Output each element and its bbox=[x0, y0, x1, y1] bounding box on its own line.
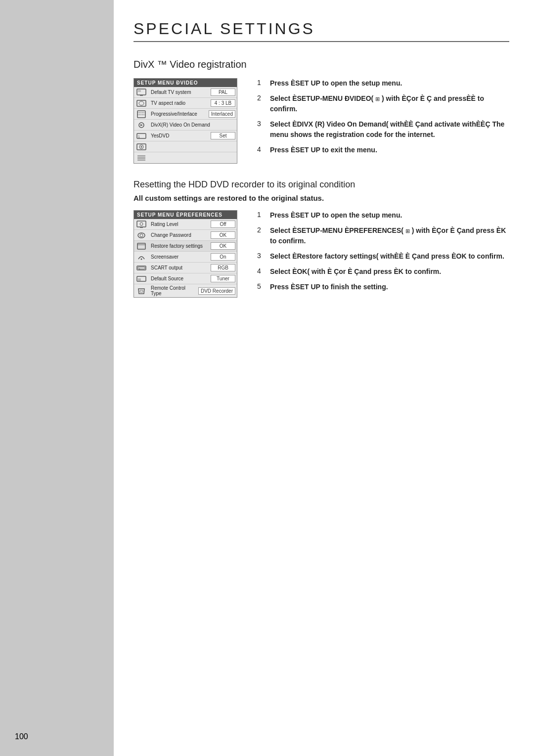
reset-menu-panel: SETUP MENU ÈPREFERENCES Rating Level Off bbox=[134, 210, 237, 298]
step-num-4: 4 bbox=[257, 145, 267, 153]
main-content: SPECIAL SETTINGS DivX ™ Video registrati… bbox=[114, 0, 534, 756]
page-number: 100 bbox=[15, 732, 28, 741]
svg-text:1: 1 bbox=[139, 267, 140, 270]
divx-step-3: 3 Select ÈDIVX (R) Video On Demand( with… bbox=[257, 119, 509, 140]
svg-point-16 bbox=[141, 258, 142, 260]
divx-steps-list: 1 Press ÈSET UP to open the setup menu. … bbox=[257, 78, 509, 160]
remote-icon bbox=[134, 286, 149, 296]
label-restore: Restore factory settings bbox=[149, 242, 211, 250]
value-restore: OK bbox=[211, 242, 235, 250]
divx-section: DivX ™ Video registration SETUP MENU ÐVI… bbox=[134, 59, 509, 164]
scart-icon: 1 bbox=[134, 263, 149, 273]
svg-point-10 bbox=[141, 146, 142, 147]
divx-step-1: 1 Press ÈSET UP to open the setup menu. bbox=[257, 78, 509, 89]
password-icon bbox=[134, 230, 149, 240]
reset-steps-area: SETUP MENU ÈPREFERENCES Rating Level Off bbox=[134, 210, 509, 298]
reset-step-4: 4 Select ÈOK( with È Çor È Çand press ÈK… bbox=[257, 267, 509, 277]
menu-row-scart: 1 SCART output RGB bbox=[134, 263, 237, 273]
svg-rect-11 bbox=[137, 221, 146, 227]
divx-menu-panel-wrap: SETUP MENU ÐVIDEO Default TV system bbox=[134, 78, 242, 164]
divx-section-title: DivX ™ Video registration bbox=[134, 59, 509, 70]
divx-step-4: 4 Press ÈSET UP to exit the menu. bbox=[257, 145, 509, 155]
aspect-icon bbox=[134, 98, 149, 108]
label-source: Default Source bbox=[149, 275, 211, 282]
label-password: Change Password bbox=[149, 231, 211, 239]
svg-rect-22 bbox=[140, 290, 143, 292]
yesdvd-icon: 1 bbox=[134, 131, 149, 141]
rating-icon bbox=[134, 220, 149, 229]
menu-row-divx: DivX(R) Video On Demand bbox=[134, 120, 237, 131]
reset-section: Resetting the HDD DVD recorder to its or… bbox=[134, 179, 509, 298]
value-remote: DVD Recorder bbox=[198, 287, 235, 295]
menu-row-yesdvd: 1 YesDVD Set bbox=[134, 131, 237, 141]
value-source: Tuner bbox=[211, 275, 235, 282]
left-sidebar: 100 bbox=[0, 0, 114, 756]
divx-menu-panel: SETUP MENU ÐVIDEO Default TV system bbox=[134, 78, 237, 164]
svg-rect-17 bbox=[137, 266, 146, 270]
reset-step-5: 5 Press ÈSET UP to finish the setting. bbox=[257, 282, 509, 292]
menu-row-restore: Restore factory settings OK bbox=[134, 241, 237, 252]
label-tv-system: Default TV system bbox=[149, 89, 211, 96]
reset-menu-header: SETUP MENU ÈPREFERENCES bbox=[134, 211, 237, 219]
screensaver-icon bbox=[134, 252, 149, 262]
value-scart: RGB bbox=[211, 264, 235, 271]
value-tv-system: PAL bbox=[211, 89, 235, 96]
label-extra1 bbox=[149, 146, 237, 148]
value-yesdvd: Set bbox=[211, 132, 235, 139]
svg-text:1: 1 bbox=[138, 135, 140, 138]
disc-icon bbox=[134, 142, 149, 152]
svg-rect-4 bbox=[137, 111, 145, 118]
reset-steps-list: 1 Press ÈSET UP to open the setup menu. … bbox=[257, 210, 509, 297]
value-progressive: Interlaced bbox=[209, 110, 235, 118]
label-progressive: Progressive/Interlace bbox=[149, 110, 209, 118]
reset-step-text-3: Select ÈRestore factory settings( withÈÈ… bbox=[270, 251, 504, 262]
reset-step-num-5: 5 bbox=[257, 282, 267, 290]
reset-step-text-4: Select ÈOK( with È Çor È Çand press ÈK t… bbox=[270, 267, 441, 277]
menu-row-remote: Remote Control Type DVD Recorder bbox=[134, 284, 237, 297]
step-num-2: 2 bbox=[257, 94, 267, 102]
reset-subtitle: All custom settings are restored to the … bbox=[134, 194, 509, 202]
reset-step-3: 3 Select ÈRestore factory settings( with… bbox=[257, 251, 509, 262]
menu-row-progressive: Progressive/Interlace Interlaced bbox=[134, 109, 237, 120]
step-num-1: 1 bbox=[257, 79, 267, 87]
page-title: SPECIAL SETTINGS bbox=[134, 20, 509, 42]
label-yesdvd: YesDVD bbox=[149, 132, 211, 139]
divx-steps-area: SETUP MENU ÐVIDEO Default TV system bbox=[134, 78, 509, 164]
label-aspect: TV aspect radio bbox=[149, 99, 211, 107]
tv-icon bbox=[134, 88, 149, 97]
reset-step-text-1: Press ÈSET UP to open the setup menu. bbox=[270, 210, 402, 221]
reset-step-num-3: 3 bbox=[257, 252, 267, 260]
value-screensaver: On bbox=[211, 253, 235, 261]
label-scart: SCART output bbox=[149, 264, 211, 271]
reset-step-text-5: Press ÈSET UP to finish the setting. bbox=[270, 282, 388, 292]
svg-text:III: III bbox=[138, 278, 141, 281]
value-rating: Off bbox=[211, 221, 235, 228]
progressive-icon bbox=[134, 109, 149, 119]
svg-point-12 bbox=[140, 222, 143, 225]
divx-menu-header: SETUP MENU ÐVIDEO bbox=[134, 79, 237, 87]
menu-row-source: III Default Source Tuner bbox=[134, 273, 237, 284]
reset-step-num-4: 4 bbox=[257, 267, 267, 275]
label-extra2 bbox=[149, 157, 237, 159]
label-screensaver: Screensaver bbox=[149, 253, 211, 261]
reset-section-title: Resetting the HDD DVD recorder to its or… bbox=[134, 179, 509, 190]
restore-icon bbox=[134, 241, 149, 251]
label-rating: Rating Level bbox=[149, 221, 211, 228]
reset-step-num-2: 2 bbox=[257, 226, 267, 234]
svg-point-14 bbox=[140, 234, 143, 237]
menu-row-extra1 bbox=[134, 141, 237, 152]
value-aspect: 4 : 3 LB bbox=[211, 99, 235, 107]
svg-point-3 bbox=[139, 101, 144, 105]
step-text-1: Press ÈSET UP to open the setup menu. bbox=[270, 78, 402, 89]
label-divx: DivX(R) Video On Demand bbox=[149, 121, 237, 129]
step-num-3: 3 bbox=[257, 120, 267, 128]
stack-icon bbox=[134, 153, 149, 163]
svg-rect-1 bbox=[138, 90, 141, 92]
svg-rect-15 bbox=[137, 243, 145, 249]
reset-step-1: 1 Press ÈSET UP to open the setup menu. bbox=[257, 210, 509, 221]
divx-icon bbox=[134, 120, 149, 130]
menu-row-rating: Rating Level Off bbox=[134, 219, 237, 230]
step-text-2: Select ÈSETUP-MENU ÐVIDEO( ⊞ ) with ÈÇor… bbox=[270, 93, 509, 114]
reset-menu-panel-wrap: SETUP MENU ÈPREFERENCES Rating Level Off bbox=[134, 210, 242, 298]
menu-row-extra2 bbox=[134, 152, 237, 163]
